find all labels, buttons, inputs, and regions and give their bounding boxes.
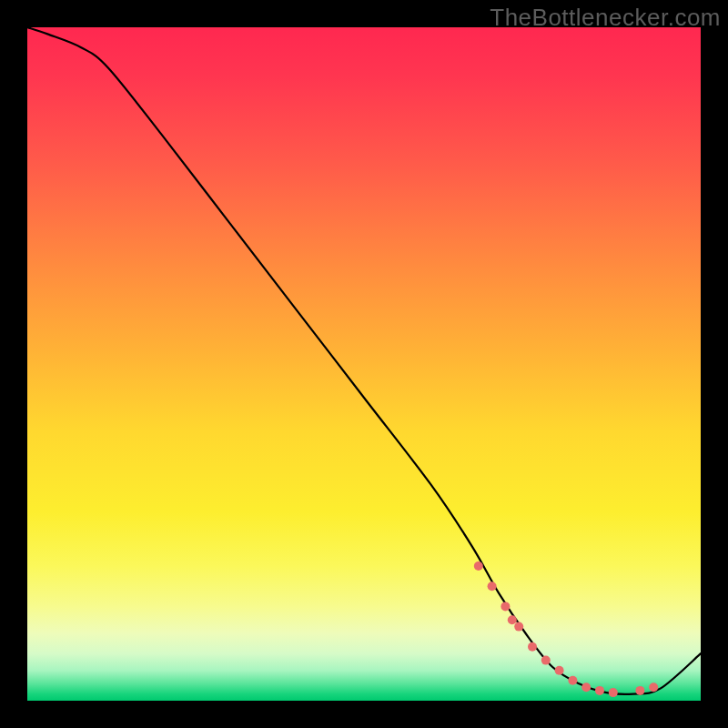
highlight-marker — [595, 686, 604, 695]
highlight-marker — [488, 581, 497, 591]
bottleneck-curve — [27, 27, 701, 694]
highlight-marker — [581, 682, 591, 692]
highlight-marker — [609, 688, 618, 697]
highlight-marker — [555, 666, 564, 675]
highlight-marker — [514, 622, 523, 632]
chart-frame: TheBottlenecker.com — [0, 0, 728, 728]
highlight-marker — [541, 656, 551, 665]
highlight-marker — [474, 561, 483, 571]
plot-area — [27, 27, 701, 701]
highlight-marker — [500, 602, 510, 611]
highlight-marker — [568, 676, 577, 685]
highlight-marker — [508, 615, 517, 624]
curve-layer — [27, 27, 701, 701]
highlight-marker — [635, 686, 644, 695]
highlight-marker — [528, 642, 537, 652]
watermark-text: TheBottlenecker.com — [490, 4, 721, 32]
highlight-marker — [649, 682, 658, 692]
